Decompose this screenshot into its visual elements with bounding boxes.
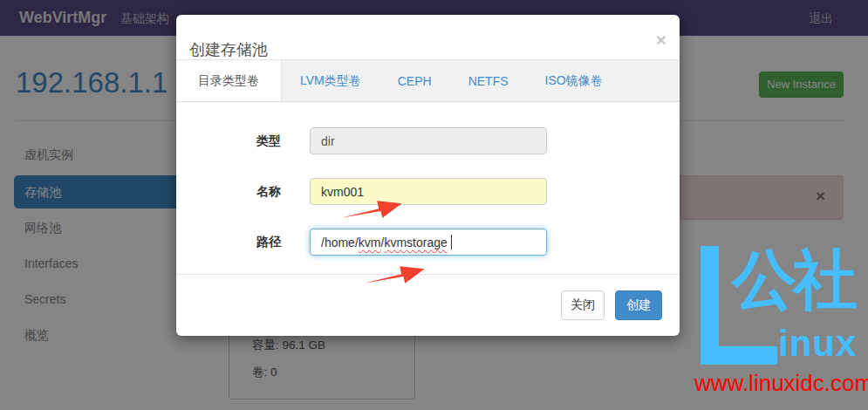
name-field-label: 名称	[176, 178, 281, 205]
modal-close-icon[interactable]: ×	[656, 31, 666, 49]
type-field	[310, 127, 547, 154]
modal-header: 创建存储池 ×	[176, 15, 680, 60]
tab-dir-volume[interactable]: 目录类型卷	[176, 60, 282, 101]
text-cursor	[451, 235, 452, 249]
create-storage-pool-modal: 创建存储池 × 目录类型卷 LVM类型卷 CEPH NETFS ISO镜像卷 类…	[176, 15, 680, 336]
path-text-misspelled: kvm	[359, 236, 381, 249]
modal-footer: 关闭 创建	[176, 274, 680, 336]
type-field-label: 类型	[176, 127, 281, 154]
path-text-misspelled: kvmstorage	[384, 236, 447, 249]
tab-iso-image-volume[interactable]: ISO镜像卷	[527, 60, 621, 101]
close-button[interactable]: 关闭	[561, 290, 605, 320]
tab-ceph[interactable]: CEPH	[379, 60, 450, 101]
webvirtmgr-app: WebVirtMgr 基础架构 退出 192.168.1.1 New Insta…	[0, 0, 868, 410]
modal-title: 创建存储池	[189, 42, 268, 58]
tab-netfs[interactable]: NETFS	[450, 60, 527, 101]
create-button[interactable]: 创建	[615, 290, 662, 320]
path-field-label: 路径	[176, 229, 281, 256]
tab-lvm-volume[interactable]: LVM类型卷	[282, 60, 379, 101]
modal-body: 类型 名称 路径 /home/kvm/kvmstorage	[176, 102, 680, 259]
pool-type-tabs: 目录类型卷 LVM类型卷 CEPH NETFS ISO镜像卷	[176, 60, 680, 102]
path-field[interactable]: /home/kvm/kvmstorage	[310, 229, 547, 256]
path-text: /home/	[321, 236, 359, 249]
